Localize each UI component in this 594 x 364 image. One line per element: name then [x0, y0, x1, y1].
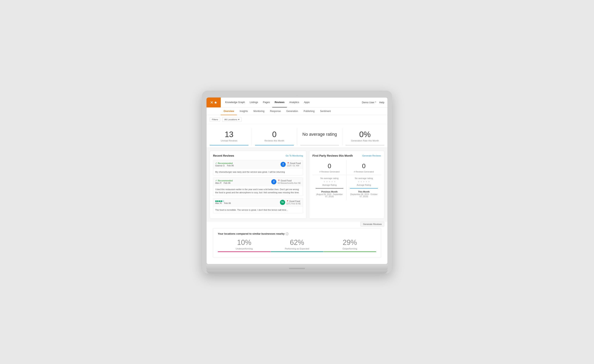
review-badge: ✓ Recommended: [215, 162, 234, 164]
fp-curr-count: 0: [350, 162, 378, 170]
fp-curr-avg-text: No average rating: [350, 177, 378, 179]
checkmark-icon: ✓: [215, 179, 217, 182]
star-icon: ★: [334, 180, 336, 183]
generation-rate-underline: [345, 145, 384, 146]
nav-pages[interactable]: Pages: [260, 98, 272, 107]
review-left: Alec R. Feb 06: [215, 200, 231, 204]
star-icon: ★: [326, 180, 328, 183]
star-icon: ★: [323, 180, 325, 183]
help-link[interactable]: Help: [379, 101, 384, 104]
chevron-down-icon: ▾: [238, 118, 239, 121]
fp-prev-count: 0: [316, 162, 343, 170]
location-pin-icon: 📍: [287, 162, 289, 164]
bottom-stats-grid: 10% Underperforming 62% Performing as Ex…: [218, 238, 376, 254]
location-filter-button[interactable]: All Locations ▾: [222, 117, 241, 122]
subnav-monitoring[interactable]: Monitoring: [251, 108, 267, 115]
reviewer-name: Alex P.: [215, 182, 222, 184]
filters-button[interactable]: Filters: [210, 117, 220, 122]
trip-dot: [217, 200, 219, 202]
star-icon: ★: [358, 180, 360, 183]
nav-reviews[interactable]: Reviews: [272, 98, 287, 107]
fp-curr-stars: ★ ★ ★ ★ ★: [350, 180, 378, 183]
generate-reviews-link[interactable]: Generate Reviews: [362, 154, 381, 157]
reviewer-name-date: Alec R. Feb 06: [215, 202, 231, 204]
stat-unread-reviews: 13 Unread Reviews: [207, 128, 252, 146]
review-left: ✓ Recommended Gianna O. Feb 06: [215, 162, 234, 167]
unread-reviews-number: 13: [210, 130, 249, 139]
location-address: 52 Massachusetts Ave NE: [278, 182, 301, 184]
bottom-section-title: Your locations compared to similar busin…: [218, 232, 376, 235]
trip-dot: [219, 200, 220, 202]
outperforming-bar: [323, 251, 376, 252]
stats-row: 13 Unread Reviews 0 Reviews this Month N…: [207, 124, 387, 148]
review-header: ✓ Recommended Alex P. Feb 06 f 📍: [213, 178, 303, 186]
info-icon: i: [286, 232, 289, 235]
bottom-section-wrapper: Generate Reviews Your locations compared…: [207, 222, 387, 264]
location-name: Good Food: [289, 200, 300, 202]
generate-reviews-button[interactable]: Generate Reviews: [360, 222, 384, 226]
review-date: Feb 06: [224, 202, 231, 204]
star-icon: ★: [331, 180, 333, 183]
subnav-overview[interactable]: Overview: [221, 108, 237, 115]
review-item: ✓ Recommended Gianna O. Feb 06 f �: [213, 160, 303, 175]
avg-rating-value: No average rating: [300, 132, 339, 137]
review-right: f 📍 Good Food 52 Massachusetts Ave NE: [271, 179, 301, 184]
location-label: All Locations: [224, 118, 237, 121]
reviewer-name-date: Alex P. Feb 06: [215, 182, 233, 184]
trip-dot: [215, 200, 217, 202]
subnav-publishing[interactable]: Publishing: [301, 108, 317, 115]
go-to-monitoring-link[interactable]: Go To Monitoring: [286, 154, 303, 157]
nav-knowledge-graph[interactable]: Knowledge Graph: [223, 98, 247, 107]
main-content: Recent Reviews Go To Monitoring ✓ Recomm…: [207, 148, 387, 222]
sub-navigation: Overview Insights Monitoring Response Ge…: [207, 108, 387, 115]
review-body: The food is incredible. The service is g…: [213, 207, 303, 213]
first-party-grid: 0 # Reviews Generated No average rating …: [312, 160, 381, 200]
star-icon: ★: [365, 180, 367, 183]
nav-listings[interactable]: Listings: [247, 98, 260, 107]
review-date: Feb 06: [224, 182, 230, 184]
review-location: 📍 Good Food 52 Massachusetts Ave NE: [278, 179, 301, 184]
recommended-label: Recommended: [218, 162, 233, 164]
subnav-sentiment[interactable]: Sentiment: [317, 108, 334, 115]
first-party-panel: First Party Reviews this Month Generate …: [309, 151, 384, 218]
laptop-notch: [289, 268, 305, 269]
laptop-stand: [206, 270, 388, 273]
nav-apps[interactable]: Apps: [302, 98, 312, 107]
location-name: Good Food: [290, 162, 301, 164]
stat-avg-rating: No average rating: [297, 128, 343, 146]
review-header: Alec R. Feb 06 TA 📍 Good Food 1271 First…: [213, 198, 303, 207]
fp-prev-avg-text: No average rating: [316, 177, 343, 179]
bottom-stat-underperforming: 10% Underperforming: [218, 238, 271, 254]
fp-prev-avg-label: Average Rating: [316, 184, 343, 186]
recent-reviews-panel: Recent Reviews Go To Monitoring ✓ Recomm…: [210, 151, 306, 218]
review-body: I tried this restaurant earlier in the y…: [213, 186, 303, 196]
facebook-icon: f: [271, 179, 277, 184]
subnav-insights[interactable]: Insights: [237, 108, 250, 115]
recent-reviews-title: Recent Reviews: [213, 154, 234, 157]
reviewer-name: Gianna O.: [215, 164, 225, 167]
user-menu[interactable]: Demo User *: [362, 101, 376, 104]
generation-rate-number: 0%: [345, 130, 384, 139]
fp-prev-stars: ★ ★ ★ ★ ★: [316, 180, 343, 183]
bottom-stat-outperforming: 29% Outperforming: [323, 238, 376, 254]
reviewer-name-date: Gianna O. Feb 06: [215, 164, 234, 167]
logo-area[interactable]: ✕★: [207, 98, 221, 107]
logo-icon: ✕★: [210, 100, 217, 105]
laptop-container: ✕★ Knowledge Graph Listings Pages Review…: [202, 91, 392, 273]
nav-right: Demo User * Help: [362, 101, 387, 104]
reviews-month-underline: [255, 145, 294, 146]
review-location: 📍 Good Food 1271 First St NE: [286, 200, 301, 205]
subnav-generation[interactable]: Generation: [284, 108, 301, 115]
first-party-title: First Party Reviews this Month: [312, 154, 353, 157]
nav-analytics[interactable]: Analytics: [287, 98, 302, 107]
location-address: 2224 I St. NW: [287, 165, 299, 167]
review-right: TA 📍 Good Food 1271 First St NE: [280, 200, 301, 205]
subnav-response[interactable]: Response: [267, 108, 284, 115]
performing-number: 62%: [271, 238, 324, 247]
fp-prev-period-label: Previous Month: [316, 191, 343, 193]
location-name: Good Food: [281, 179, 292, 182]
tripadvisor-icon: TA: [280, 200, 285, 205]
nav-links: Knowledge Graph Listings Pages Reviews A…: [221, 98, 362, 107]
bottom-stat-performing: 62% Performing as Expected: [271, 238, 324, 254]
fp-previous-month: 0 # Reviews Generated No average rating …: [312, 160, 347, 200]
